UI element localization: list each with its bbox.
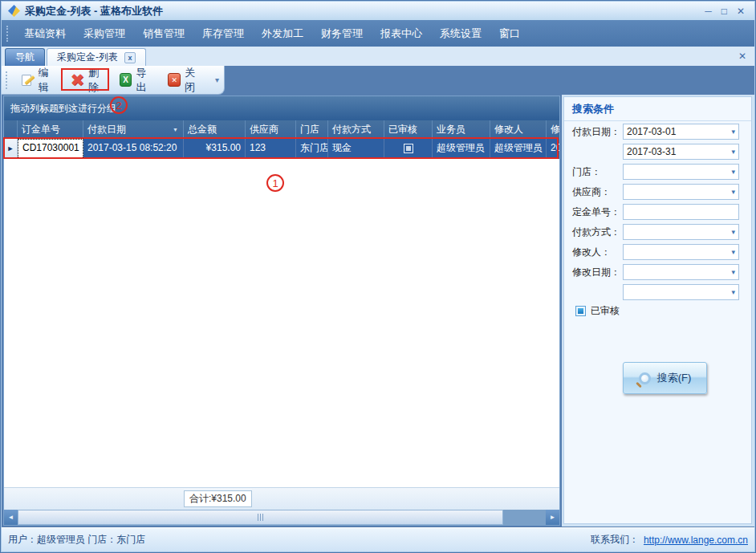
cell-pay-date[interactable]: 2017-03-15 08:52:20 xyxy=(83,139,184,159)
tab-deposit-list-label: 采购定金-列表 xyxy=(57,51,118,64)
total-summary: 合计:¥315.00 xyxy=(184,490,252,507)
menu-inventory[interactable]: 库存管理 xyxy=(193,20,253,47)
scroll-left-icon[interactable]: ◄ xyxy=(4,510,18,525)
cell-total[interactable]: ¥315.00 xyxy=(184,139,246,159)
chevron-down-icon[interactable]: ▾ xyxy=(731,265,735,279)
close-tab-button[interactable]: ✕ 关闭 xyxy=(161,68,210,92)
chevron-down-icon[interactable]: ▾ xyxy=(731,185,735,199)
pay-date-label: 付款日期： xyxy=(572,124,620,140)
audited-filter[interactable]: 已审核 xyxy=(575,304,620,318)
pay-date-to-combo[interactable]: 2017-03-31 ▾ xyxy=(623,144,739,160)
cell-modifier[interactable]: 超级管理员 xyxy=(490,139,547,159)
group-by-bar[interactable]: 拖动列标题到这进行分组 xyxy=(4,96,559,120)
header-audited[interactable]: 已审核 xyxy=(384,120,433,139)
close-tab-button-label: 关闭 xyxy=(185,66,204,95)
chevron-down-icon[interactable]: ▾ xyxy=(731,124,735,139)
header-supplier[interactable]: 供应商 xyxy=(246,120,296,139)
header-store[interactable]: 门店 xyxy=(296,120,328,139)
search-panel-title: 搜索条件 xyxy=(564,97,751,121)
menu-grip xyxy=(6,26,9,42)
close-dropdown-caret-icon[interactable]: ▾ xyxy=(210,75,224,84)
menu-sales[interactable]: 销售管理 xyxy=(134,20,193,47)
modify-date-from-combo[interactable]: ▾ xyxy=(623,264,739,280)
menu-outsourcing[interactable]: 外发加工 xyxy=(253,20,312,47)
header-indicator xyxy=(4,120,18,139)
cell-store[interactable]: 东门店 xyxy=(296,139,328,159)
header-total[interactable]: 总金额 xyxy=(184,120,246,139)
chevron-down-icon[interactable]: ▾ xyxy=(731,144,735,159)
header-pay-method[interactable]: 付款方式 xyxy=(328,120,384,139)
menu-basic-data[interactable]: 基础资料 xyxy=(15,20,75,47)
chevron-down-icon[interactable]: ▾ xyxy=(731,165,735,179)
chevron-down-icon[interactable]: ▾ xyxy=(731,225,735,239)
toolbar: 编辑 ✖ 删除 X 导出 ✕ 关闭 ▾ xyxy=(2,66,225,95)
pay-date-to-value: 2017-03-31 xyxy=(627,146,676,157)
chevron-down-icon[interactable]: ▾ xyxy=(731,245,735,259)
grid-footer: 合计:¥315.00 xyxy=(4,487,559,510)
pay-date-from-combo[interactable]: 2017-03-01 ▾ xyxy=(623,124,739,140)
menu-system[interactable]: 系统设置 xyxy=(431,20,490,47)
cell-salesman[interactable]: 超级管理员 xyxy=(433,139,490,159)
cell-audited xyxy=(384,139,433,159)
menu-finance[interactable]: 财务管理 xyxy=(312,20,372,47)
toolbar-grip xyxy=(6,71,8,89)
horizontal-scrollbar[interactable]: ◄ ► xyxy=(4,510,559,525)
app-window: 采购定金-列表 - 蓝格布业软件 ─ □ ✕ 基础资料 采购管理 销售管理 库存… xyxy=(0,0,756,553)
store-combo[interactable]: ▾ xyxy=(623,164,739,180)
export-button[interactable]: X 导出 xyxy=(113,68,162,92)
search-icon xyxy=(639,372,651,384)
pay-method-combo[interactable]: ▾ xyxy=(623,224,739,240)
tab-deposit-list[interactable]: 采购定金-列表 x xyxy=(47,48,146,66)
cell-pay-method[interactable]: 现金 xyxy=(328,139,384,159)
pay-date-from-value: 2017-03-01 xyxy=(627,126,676,137)
header-modifier[interactable]: 修改人 xyxy=(490,120,547,139)
pay-method-label: 付款方式： xyxy=(572,224,620,240)
cell-deposit-no[interactable]: CD17030001 xyxy=(18,139,83,159)
edit-icon xyxy=(21,73,35,87)
audited-filter-checkbox[interactable] xyxy=(575,306,586,316)
supplier-combo[interactable]: ▾ xyxy=(623,184,739,200)
cell-supplier[interactable]: 123 xyxy=(246,139,296,159)
audited-filter-label: 已审核 xyxy=(591,304,620,318)
header-pay-date-label: 付款日期 xyxy=(87,124,126,135)
header-modify-date[interactable]: 修改日期 xyxy=(547,120,559,139)
modifier-combo[interactable]: ▾ xyxy=(623,244,739,260)
search-panel-inner: 搜索条件 付款日期： 2017-03-01 ▾ 2017-03-31 ▾ 门店：… xyxy=(563,96,752,524)
search-button[interactable]: 搜索(F) xyxy=(623,362,707,394)
tab-navigation[interactable]: 导航 xyxy=(5,48,45,66)
tabstrip-close-icon[interactable]: ✕ xyxy=(738,51,746,62)
menu-bar: 基础资料 采购管理 销售管理 库存管理 外发加工 财务管理 报表中心 系统设置 … xyxy=(2,20,754,47)
tab-close-icon[interactable]: x xyxy=(124,52,136,63)
deposit-no-input[interactable] xyxy=(623,204,739,220)
scrollbar-thumb[interactable] xyxy=(18,510,503,525)
maximize-button[interactable]: □ xyxy=(721,6,727,17)
website-link[interactable]: http://www.lange.com.cn xyxy=(644,535,748,546)
chevron-down-icon[interactable]: ▾ xyxy=(731,285,735,299)
menu-reports[interactable]: 报表中心 xyxy=(372,20,431,47)
delete-button[interactable]: ✖ 删除 xyxy=(64,68,113,92)
cell-modify-date[interactable]: 20 xyxy=(547,139,559,159)
header-salesman[interactable]: 业务员 xyxy=(433,120,490,139)
header-deposit-no[interactable]: 订金单号 xyxy=(18,120,83,139)
delete-x-icon: ✖ xyxy=(71,72,85,88)
edit-button[interactable]: 编辑 xyxy=(14,68,64,92)
close-button[interactable]: ✕ xyxy=(737,6,745,17)
menu-window[interactable]: 窗口 xyxy=(490,20,529,47)
header-pay-date[interactable]: 付款日期 ▼ xyxy=(83,120,184,139)
sort-desc-icon: ▼ xyxy=(173,120,178,139)
deposit-grid-panel: 拖动列标题到这进行分组 订金单号 付款日期 ▼ 总金额 供应商 门店 付款方式 … xyxy=(3,96,560,526)
scroll-right-icon[interactable]: ► xyxy=(546,510,559,525)
contact-label: 联系我们： xyxy=(591,533,639,547)
audited-checkbox[interactable] xyxy=(404,144,413,153)
table-row[interactable]: ► CD17030001 2017-03-15 08:52:20 ¥315.00… xyxy=(4,139,559,159)
minimize-button[interactable]: ─ xyxy=(705,6,712,17)
store-label: 门店： xyxy=(572,164,601,180)
status-user-store: 用户：超级管理员 门店：东门店 xyxy=(8,533,145,547)
deposit-no-label: 定金单号： xyxy=(572,204,620,220)
modify-date-to-combo[interactable]: ▾ xyxy=(623,284,739,300)
modifier-label: 修改人： xyxy=(572,244,611,260)
status-bar: 用户：超级管理员 门店：东门店 联系我们： http://www.lange.c… xyxy=(2,527,754,551)
toolbar-row: 编辑 ✖ 删除 X 导出 ✕ 关闭 ▾ xyxy=(2,66,754,95)
supplier-label: 供应商： xyxy=(572,184,611,200)
menu-purchase[interactable]: 采购管理 xyxy=(75,20,134,47)
